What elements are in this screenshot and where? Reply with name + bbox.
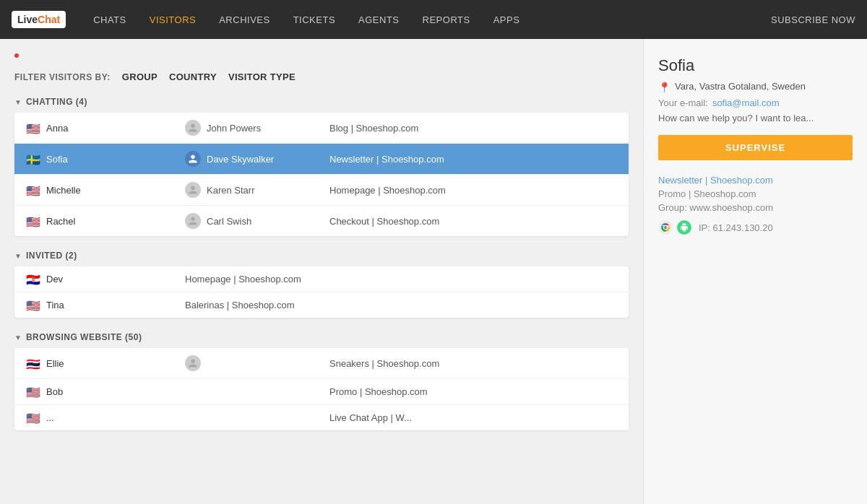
location-icon: 📍 <box>658 82 670 93</box>
nav-visitors[interactable]: VISITORS <box>139 10 206 30</box>
agent-name: Karen Starr <box>207 185 254 196</box>
detail-email[interactable]: sofia@mail.com <box>712 97 780 108</box>
filter-visitor-type[interactable]: VISITOR TYPE <box>228 71 296 82</box>
invited-title: INVITED (2) <box>26 251 77 261</box>
visitor-name-cell: 🇸🇪 Sofia <box>26 154 185 165</box>
invited-chevron-icon: ▼ <box>14 252 22 260</box>
visitor-name: Rachel <box>46 216 75 227</box>
main-container: FILTER VISITORS BY: GROUP COUNTRY VISITO… <box>0 39 867 504</box>
detail-location: Vara, Vastra Gotaland, Sweden <box>675 81 806 92</box>
filter-label: FILTER VISITORS BY: <box>14 72 111 82</box>
browsing-table: 🇹🇭 Ellie Sneakers | Shoeshop.com 🇺🇸 Bob <box>14 348 629 430</box>
filter-country[interactable]: COUNTRY <box>169 71 217 82</box>
chrome-icon <box>658 220 673 235</box>
agent-cell: Dave Skywalker <box>185 151 329 167</box>
detail-chat-link[interactable]: Newsletter | Shoeshop.com <box>658 175 853 186</box>
flag-icon: 🇺🇸 <box>26 413 40 422</box>
table-row[interactable]: 🇺🇸 Anna John Powers Blog | Shoeshop.com <box>14 113 629 144</box>
agent-avatar <box>185 120 201 136</box>
logo[interactable]: LiveChat <box>12 11 66 28</box>
page-cell: Homepage | Shoeshop.com <box>185 274 617 284</box>
visitor-name-cell: 🇹🇭 Ellie <box>26 358 185 369</box>
agent-cell: John Powers <box>185 120 329 136</box>
detail-visitor-name: Sofia <box>658 56 853 75</box>
invited-section-header[interactable]: ▼ INVITED (2) <box>14 251 629 261</box>
table-row[interactable]: 🇺🇸 Rachel Carl Swish Checkout | Shoeshop… <box>14 206 629 236</box>
visitor-name: Sofia <box>46 154 68 165</box>
browser-icons-row: IP: 61.243.130.20 <box>658 220 853 235</box>
visitor-name: Anna <box>46 123 68 134</box>
invited-table: 🇭🇷 Dev Homepage | Shoeshop.com 🇺🇸 Tina B… <box>14 266 629 318</box>
nav-chats[interactable]: CHATS <box>83 10 137 30</box>
detail-group: Group: www.shoeshop.com <box>658 202 853 213</box>
agent-avatar <box>185 213 201 229</box>
flag-icon: 🇭🇷 <box>26 274 40 284</box>
visitor-name-cell: 🇺🇸 Michelle <box>26 185 185 196</box>
chatting-table: 🇺🇸 Anna John Powers Blog | Shoeshop.com … <box>14 113 629 236</box>
filter-group[interactable]: GROUP <box>122 71 158 82</box>
page-cell: Sneakers | Shoeshop.com <box>329 358 617 369</box>
alert-dot <box>14 53 19 58</box>
flag-icon: 🇸🇪 <box>26 155 40 164</box>
visitor-name: ... <box>46 412 54 423</box>
visitor-name-cell: 🇭🇷 Dev <box>26 274 185 284</box>
agent-avatar <box>185 182 201 198</box>
ip-value: 61.243.130.20 <box>713 222 773 233</box>
page-cell: Blog | Shoeshop.com <box>329 123 617 134</box>
visitor-name-cell: 🇺🇸 ... <box>26 412 185 423</box>
agent-name: John Powers <box>207 123 261 134</box>
chatting-section-header[interactable]: ▼ CHATTING (4) <box>14 97 629 107</box>
visitor-name: Ellie <box>46 358 64 369</box>
agent-name: Dave Skywalker <box>207 154 274 165</box>
chatting-title: CHATTING (4) <box>26 97 87 107</box>
page-cell: Live Chat App | W... <box>329 412 617 423</box>
subscribe-button[interactable]: SUBSCRIBE NOW <box>771 14 855 25</box>
table-row[interactable]: 🇹🇭 Ellie Sneakers | Shoeshop.com <box>14 348 629 379</box>
supervise-button[interactable]: SUPERVISE <box>658 135 853 160</box>
table-row[interactable]: 🇺🇸 ... Live Chat App | W... <box>14 405 629 430</box>
table-row[interactable]: 🇸🇪 Sofia Dave Skywalker Newsletter | Sho… <box>14 144 629 175</box>
chat-preview: How can we help you? I want to lea... <box>658 113 853 123</box>
nav-apps[interactable]: APPS <box>483 10 530 30</box>
page-cell: Balerinas | Shoeshop.com <box>185 300 617 310</box>
nav-archives[interactable]: ARCHIVES <box>209 10 280 30</box>
visitor-name: Dev <box>46 274 63 284</box>
left-panel: FILTER VISITORS BY: GROUP COUNTRY VISITO… <box>0 39 643 504</box>
visitor-name-cell: 🇺🇸 Tina <box>26 300 185 310</box>
table-row[interactable]: 🇺🇸 Michelle Karen Starr Homepage | Shoes… <box>14 175 629 206</box>
nav-reports[interactable]: REPORTS <box>413 10 480 30</box>
table-row[interactable]: 🇺🇸 Bob Promo | Shoeshop.com <box>14 379 629 405</box>
svg-point-2 <box>664 226 667 229</box>
flag-icon: 🇺🇸 <box>26 186 40 195</box>
visitor-name-cell: 🇺🇸 Bob <box>26 386 185 397</box>
detail-ip: IP: 61.243.130.20 <box>699 222 773 233</box>
agent-cell <box>185 355 329 371</box>
flag-icon: 🇺🇸 <box>26 217 40 226</box>
page-cell: Homepage | Shoeshop.com <box>329 185 617 196</box>
visitor-name-cell: 🇺🇸 Anna <box>26 123 185 134</box>
agent-avatar <box>185 355 201 371</box>
detail-email-row: Your e-mail: sofia@mail.com <box>658 97 853 108</box>
email-label: Your e-mail: <box>658 97 708 108</box>
detail-promo: Promo | Sheoshop.com <box>658 188 853 199</box>
visitor-name: Bob <box>46 386 63 397</box>
ip-label: IP: <box>699 222 710 233</box>
page-cell: Checkout | Shoeshop.com <box>329 216 617 227</box>
flag-icon: 🇺🇸 <box>26 387 40 396</box>
nav-agents[interactable]: AGENTS <box>348 10 409 30</box>
nav-tickets[interactable]: TICKETS <box>283 10 345 30</box>
browsing-section-header[interactable]: ▼ BROWSING WEBSITE (50) <box>14 332 629 342</box>
flag-icon: 🇹🇭 <box>26 359 40 368</box>
visitor-name-cell: 🇺🇸 Rachel <box>26 216 185 227</box>
filter-bar: FILTER VISITORS BY: GROUP COUNTRY VISITO… <box>14 71 629 82</box>
table-row[interactable]: 🇺🇸 Tina Balerinas | Shoeshop.com <box>14 292 629 318</box>
page-cell: Promo | Shoeshop.com <box>329 386 617 397</box>
browsing-chevron-icon: ▼ <box>14 334 22 342</box>
chatting-chevron-icon: ▼ <box>14 98 22 106</box>
visitor-name: Tina <box>46 300 64 310</box>
flag-icon: 🇺🇸 <box>26 300 40 310</box>
table-row[interactable]: 🇭🇷 Dev Homepage | Shoeshop.com <box>14 266 629 292</box>
agent-cell: Karen Starr <box>185 182 329 198</box>
page-cell: Newsletter | Shoeshop.com <box>329 154 617 165</box>
navbar: LiveChat CHATS VISITORS ARCHIVES TICKETS… <box>0 0 867 39</box>
